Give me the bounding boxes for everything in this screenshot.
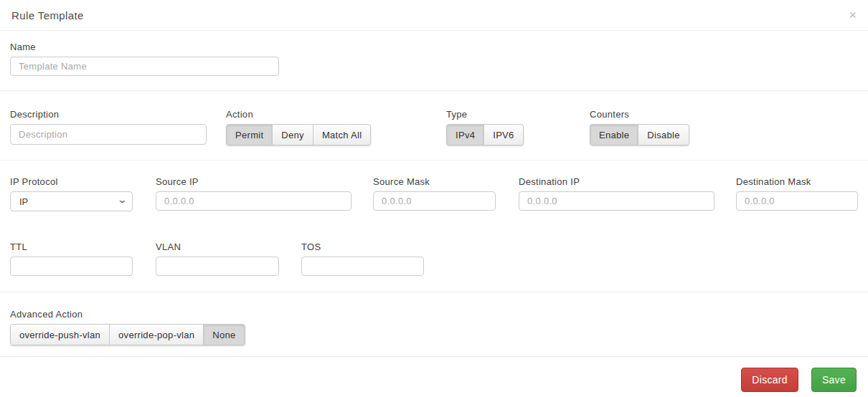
source-ip-label: Source IP [156, 176, 373, 187]
advanced-action-button-group: override-push-vlan override-pop-vlan Non… [10, 324, 245, 345]
description-field: Description [10, 109, 226, 145]
ip-address-row: IP Protocol IP ⌄ Source IP Source Mask D… [10, 176, 858, 211]
source-mask-input[interactable] [373, 191, 496, 211]
counters-label: Counters [590, 109, 689, 120]
ttl-row: TTL VLAN TOS [10, 241, 858, 276]
destination-ip-label: Destination IP [519, 176, 736, 187]
name-section: Name [0, 31, 868, 91]
type-label: Type [446, 109, 590, 120]
ttl-label: TTL [10, 241, 156, 252]
close-icon[interactable]: × [849, 9, 857, 21]
destination-ip-input[interactable] [519, 191, 714, 211]
vlan-label: VLAN [156, 241, 301, 252]
override-push-vlan-button[interactable]: override-push-vlan [10, 324, 110, 345]
vlan-input[interactable] [156, 257, 279, 276]
dialog-footer: Discard Save [0, 357, 868, 397]
vlan-field: VLAN [156, 241, 301, 276]
action-field: Action Permit Deny Match All [226, 109, 446, 145]
action-button-group: Permit Deny Match All [226, 124, 371, 145]
name-label: Name [10, 42, 858, 52]
action-deny-button[interactable]: Deny [272, 124, 313, 145]
source-mask-field: Source Mask [373, 176, 519, 211]
dialog-title: Rule Template [11, 9, 84, 21]
type-ipv4-button[interactable]: IPv4 [446, 124, 484, 145]
description-input[interactable] [10, 124, 207, 145]
type-button-group: IPv4 IPV6 [446, 124, 524, 145]
ttl-input[interactable] [10, 257, 133, 276]
name-input[interactable] [10, 57, 279, 76]
description-section: Description Action Permit Deny Match All… [0, 91, 868, 161]
advanced-action-none-button[interactable]: None [203, 324, 245, 345]
ttl-field: TTL [10, 241, 156, 276]
description-label: Description [10, 109, 226, 120]
rule-template-dialog: Rule Template × Name Description Action … [0, 0, 868, 397]
destination-mask-input[interactable] [736, 191, 858, 211]
ip-protocol-field: IP Protocol IP ⌄ [10, 176, 156, 211]
action-label: Action [226, 109, 446, 120]
counters-disable-button[interactable]: Disable [638, 124, 689, 145]
source-mask-label: Source Mask [373, 176, 519, 187]
counters-field: Counters Enable Disable [590, 109, 689, 145]
type-field: Type IPv4 IPV6 [446, 109, 590, 145]
destination-ip-field: Destination IP [519, 176, 736, 211]
tos-label: TOS [301, 241, 447, 252]
ip-protocol-select[interactable]: IP [10, 191, 133, 211]
override-pop-vlan-button[interactable]: override-pop-vlan [109, 324, 204, 345]
action-permit-button[interactable]: Permit [226, 124, 273, 145]
counters-button-group: Enable Disable [590, 124, 689, 145]
tos-input[interactable] [301, 257, 424, 276]
action-match-all-button[interactable]: Match All [313, 124, 371, 145]
ip-protocol-label: IP Protocol [10, 176, 156, 187]
dialog-header: Rule Template × [0, 0, 868, 31]
advanced-action-label: Advanced Action [10, 309, 858, 320]
ip-section: IP Protocol IP ⌄ Source IP Source Mask D… [0, 161, 868, 292]
type-ipv6-button[interactable]: IPV6 [483, 124, 523, 145]
counters-enable-button[interactable]: Enable [590, 124, 638, 145]
destination-mask-field: Destination Mask [736, 176, 858, 211]
save-button[interactable]: Save [811, 368, 857, 392]
discard-button[interactable]: Discard [741, 368, 798, 392]
advanced-action-section: Advanced Action override-push-vlan overr… [0, 292, 868, 357]
source-ip-field: Source IP [156, 176, 373, 211]
destination-mask-label: Destination Mask [736, 176, 858, 187]
source-ip-input[interactable] [156, 191, 352, 211]
tos-field: TOS [301, 241, 447, 276]
